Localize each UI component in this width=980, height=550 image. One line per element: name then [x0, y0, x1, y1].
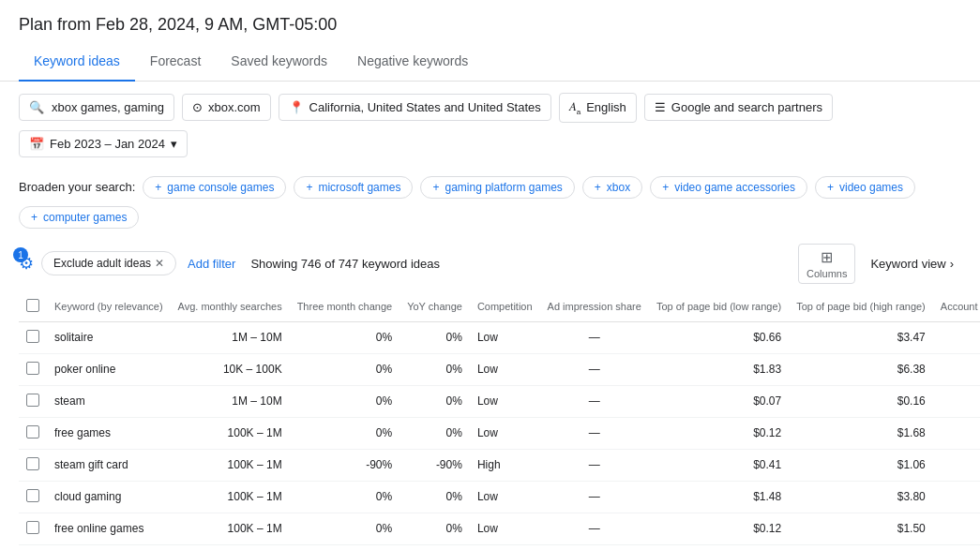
row-checkbox-cell[interactable] — [19, 321, 47, 353]
row-checkbox-cell[interactable] — [19, 353, 47, 385]
row-yoy: 0% — [400, 481, 470, 513]
table-header-row: Keyword (by relevance) Avg. monthly sear… — [19, 291, 980, 322]
row-top-bid-high: $0.16 — [789, 385, 933, 417]
th-competition[interactable]: Competition — [470, 291, 540, 322]
row-top-bid-high: $6.38 — [789, 353, 933, 385]
page-title: Plan from Feb 28, 2024, 9 AM, GMT-05:00 — [19, 15, 337, 34]
checkbox-header[interactable] — [19, 291, 47, 322]
row-avg-monthly: 1M – 10M — [171, 385, 290, 417]
location-filter[interactable]: 📍 California, United States and United S… — [279, 94, 551, 121]
row-checkbox[interactable] — [26, 330, 39, 343]
row-checkbox[interactable] — [26, 521, 39, 534]
domain-value: xbox.com — [208, 100, 261, 114]
broaden-chip-microsoft-games[interactable]: + microsoft games — [294, 176, 413, 199]
row-account-status — [933, 449, 980, 481]
row-yoy: -90% — [400, 449, 470, 481]
row-top-bid-low: $0.12 — [649, 417, 789, 449]
broaden-chip-gaming-platform[interactable]: + gaming platform games — [420, 176, 574, 199]
th-three-month[interactable]: Three month change — [290, 291, 400, 322]
tab-saved-keywords[interactable]: Saved keywords — [216, 42, 342, 82]
th-ad-impression[interactable]: Ad impression share — [540, 291, 649, 322]
th-account-status[interactable]: Account status — [933, 291, 980, 322]
row-account-status — [933, 417, 980, 449]
row-ad-impression: — — [540, 513, 649, 544]
network-filter[interactable]: ☰ Google and search partners — [644, 94, 833, 121]
row-top-bid-low: $0.66 — [649, 321, 789, 353]
broaden-label: Broaden your search: — [19, 180, 135, 194]
broaden-chip-video-games[interactable]: + video games — [815, 176, 915, 199]
page-header: Plan from Feb 28, 2024, 9 AM, GMT-05:00 — [0, 0, 980, 35]
keyword-view-button[interactable]: Keyword view › — [863, 253, 961, 275]
row-three-month: 0% — [290, 481, 400, 513]
exclude-adult-filter[interactable]: Exclude adult ideas ✕ — [41, 251, 176, 275]
add-filter-button[interactable]: Add filter — [188, 257, 235, 271]
filter-button-wrap: 1 ⚙ — [19, 253, 34, 274]
row-checkbox-cell[interactable] — [19, 481, 47, 513]
close-icon[interactable]: ✕ — [155, 257, 164, 270]
row-checkbox[interactable] — [26, 425, 39, 439]
row-ad-impression: — — [540, 481, 649, 513]
row-yoy: 0% — [400, 385, 470, 417]
row-checkbox[interactable] — [26, 394, 39, 407]
header-checkbox[interactable] — [26, 299, 39, 312]
language-filter[interactable]: 𝐴a English — [559, 93, 637, 123]
table-row: cloud gaming 100K – 1M 0% 0% Low — $1.48… — [19, 481, 980, 513]
row-top-bid-low: $0.12 — [649, 513, 789, 544]
table-row: puzzle 100K – 1M 0% 0% High — $0.31 $2.7… — [19, 544, 980, 550]
row-checkbox[interactable] — [26, 489, 39, 502]
row-three-month: 0% — [290, 321, 400, 353]
row-checkbox-cell[interactable] — [19, 544, 47, 550]
row-ad-impression: — — [540, 321, 649, 353]
location-icon: 📍 — [289, 100, 304, 114]
row-top-bid-high: $1.50 — [789, 513, 933, 544]
row-three-month: -90% — [290, 449, 400, 481]
calendar-icon: 📅 — [29, 137, 44, 151]
row-top-bid-low: $1.83 — [649, 353, 789, 385]
row-top-bid-high: $3.47 — [789, 321, 933, 353]
row-checkbox-cell[interactable] — [19, 513, 47, 544]
row-ad-impression: — — [540, 353, 649, 385]
table-row: free online games 100K – 1M 0% 0% Low — … — [19, 513, 980, 544]
broaden-chip-xbox[interactable]: + xbox — [582, 176, 642, 199]
row-yoy: 0% — [400, 513, 470, 544]
broaden-chip-video-game-accessories[interactable]: + video game accessories — [650, 176, 807, 199]
tab-forecast[interactable]: Forecast — [135, 42, 216, 82]
row-checkbox[interactable] — [26, 457, 39, 470]
row-avg-monthly: 10K – 100K — [171, 353, 290, 385]
row-checkbox-cell[interactable] — [19, 417, 47, 449]
row-checkbox-cell[interactable] — [19, 449, 47, 481]
broaden-chip-game-console[interactable]: + game console games — [143, 176, 286, 199]
row-checkbox[interactable] — [26, 362, 39, 375]
row-yoy: 0% — [400, 353, 470, 385]
th-yoy[interactable]: YoY change — [400, 291, 470, 322]
row-ad-impression: — — [540, 385, 649, 417]
row-competition: High — [470, 544, 540, 550]
th-avg-monthly[interactable]: Avg. monthly searches — [171, 291, 290, 322]
language-value: English — [586, 100, 626, 114]
broaden-chip-computer-games[interactable]: + computer games — [19, 206, 139, 229]
tabs-bar: Keyword ideas Forecast Saved keywords Ne… — [0, 42, 980, 82]
columns-button[interactable]: ⊞ Columns — [798, 244, 855, 284]
domain-filter[interactable]: ⊙ xbox.com — [182, 94, 271, 121]
search-query-input[interactable]: 🔍 xbox games, gaming — [19, 94, 174, 121]
th-keyword[interactable]: Keyword (by relevance) — [47, 291, 171, 322]
tab-negative-keywords[interactable]: Negative keywords — [342, 42, 483, 82]
date-range-filter[interactable]: 📅 Feb 2023 – Jan 2024 ▾ — [19, 130, 188, 157]
row-top-bid-high: $1.06 — [789, 449, 933, 481]
row-avg-monthly: 100K – 1M — [171, 544, 290, 550]
row-checkbox-cell[interactable] — [19, 385, 47, 417]
row-avg-monthly: 100K – 1M — [171, 417, 290, 449]
row-top-bid-low: $0.07 — [649, 385, 789, 417]
date-range-value: Feb 2023 – Jan 2024 — [50, 137, 165, 151]
network-value: Google and search partners — [671, 100, 822, 114]
filter-badge: 1 — [13, 247, 28, 262]
tab-keyword-ideas[interactable]: Keyword ideas — [19, 42, 135, 82]
row-ad-impression: — — [540, 449, 649, 481]
row-keyword: cloud gaming — [47, 481, 171, 513]
th-top-bid-high[interactable]: Top of page bid (high range) — [789, 291, 933, 322]
row-yoy: 0% — [400, 544, 470, 550]
language-icon: 𝐴a — [569, 99, 580, 116]
row-account-status — [933, 321, 980, 353]
table-row: steam gift card 100K – 1M -90% -90% High… — [19, 449, 980, 481]
th-top-bid-low[interactable]: Top of page bid (low range) — [649, 291, 789, 322]
